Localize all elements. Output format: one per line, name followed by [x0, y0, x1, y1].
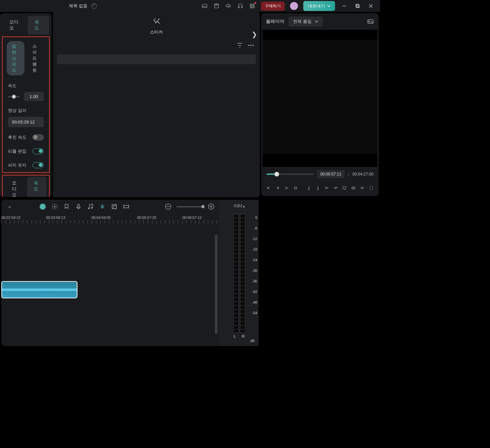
svg-point-41 — [52, 204, 57, 209]
svg-point-15 — [158, 19, 159, 20]
clip-options-button[interactable] — [325, 184, 329, 191]
sticker-icon[interactable] — [56, 17, 257, 28]
svg-rect-4 — [238, 7, 239, 8]
save-icon[interactable] — [212, 1, 221, 11]
properties-panel: 오디오 속도 일반 스피드 스피드 램핑 속도 1.00 영상 길이 00:03… — [0, 13, 52, 197]
tab-speed-2[interactable]: 속도 — [27, 177, 46, 197]
timeline-ruler[interactable]: 00:02:58:22 00:03:58:13 00:04:58:05 00:0… — [1, 214, 220, 225]
compare-icon[interactable] — [367, 18, 374, 25]
display-icon[interactable] — [342, 184, 347, 191]
crop-icon[interactable] — [111, 203, 118, 210]
speed-slider[interactable] — [8, 96, 20, 97]
tab-audio[interactable]: 오디오 — [3, 16, 28, 34]
svg-point-38 — [40, 204, 46, 210]
tab-audio-2[interactable]: 오디오 — [5, 177, 27, 197]
minimize-button[interactable] — [338, 1, 351, 11]
maximize-button[interactable] — [351, 1, 364, 11]
mark-out-button[interactable]: } — [316, 184, 320, 191]
apps-icon[interactable] — [248, 1, 257, 11]
expand-sidebar-icon[interactable]: ❯ — [252, 30, 257, 38]
range-icon[interactable] — [122, 203, 130, 210]
ai-icon[interactable] — [39, 203, 46, 210]
export-label: 내보내기 — [308, 3, 325, 9]
close-button[interactable] — [364, 1, 377, 11]
collapse-icon[interactable]: » — [6, 203, 13, 210]
pitch-keep-toggle[interactable] — [32, 162, 44, 168]
svg-rect-48 — [113, 206, 116, 209]
svg-point-44 — [88, 208, 90, 209]
tab-speed[interactable]: 속도 — [28, 16, 49, 34]
svg-rect-47 — [112, 205, 117, 209]
pitch-keep-label: 피치 유지 — [8, 162, 26, 168]
headphones-icon[interactable] — [236, 1, 245, 11]
svg-rect-9 — [253, 7, 255, 8]
mark-in-button[interactable]: { — [307, 184, 311, 191]
subtab-normal-speed[interactable]: 일반 스피드 — [7, 41, 24, 75]
svg-point-39 — [41, 206, 42, 207]
svg-point-45 — [91, 207, 93, 209]
fullscreen-button[interactable] — [369, 184, 373, 191]
export-button[interactable]: 내보내기 — [303, 1, 335, 11]
layout-icon[interactable] — [200, 1, 209, 11]
meter-l-label: L — [234, 334, 236, 339]
svg-rect-49 — [124, 205, 129, 208]
ripple-edit-toggle[interactable] — [32, 148, 44, 154]
progress-slider[interactable] — [267, 174, 314, 175]
db-scale: 0 -6 -12 -18 -24 -30 -36 -42 -48 -54 — [252, 216, 257, 315]
zoom-out-button[interactable] — [165, 203, 172, 210]
quality-select[interactable]: 전체 품질 — [288, 17, 323, 26]
svg-rect-5 — [241, 7, 242, 8]
sticker-tab-label[interactable]: 스티커 — [56, 29, 257, 35]
split-icon[interactable] — [99, 203, 106, 210]
snapshot-button[interactable] — [351, 184, 356, 191]
svg-point-18 — [251, 45, 252, 46]
voiceover-icon[interactable] — [75, 203, 82, 210]
video-preview[interactable] — [263, 30, 377, 167]
meter-title[interactable]: 미터 — [222, 203, 256, 209]
search-input[interactable] — [57, 54, 256, 64]
effects-icon[interactable] — [51, 203, 58, 210]
chevron-down-icon[interactable] — [333, 184, 338, 191]
duration-input[interactable]: 00:03:29:12 — [8, 117, 44, 127]
user-avatar[interactable] — [290, 2, 298, 10]
media-sidebar: 스티커 ❯ — [53, 12, 260, 197]
svg-rect-24 — [294, 187, 296, 189]
audio-clip[interactable] — [1, 281, 77, 298]
player-title: 플레이어 — [266, 19, 284, 25]
subtab-speed-ramping[interactable]: 스피드 램핑 — [27, 41, 45, 75]
total-time: 00:04:27:00 — [353, 172, 373, 176]
speed-label: 속도 — [8, 83, 44, 89]
svg-rect-2 — [215, 4, 219, 8]
svg-point-21 — [369, 21, 370, 22]
ripple-edit-label: 리플 편집 — [8, 148, 26, 154]
timeline-tracks[interactable] — [1, 225, 220, 331]
current-time[interactable]: 00:00:57:11 — [317, 170, 345, 178]
audio-meter: 미터 0 -6 -12 -18 -24 -30 -36 -42 -48 -54 … — [220, 200, 259, 346]
svg-rect-6 — [250, 4, 252, 6]
stop-button[interactable] — [293, 184, 298, 191]
filter-icon[interactable] — [236, 42, 243, 49]
zoom-in-button[interactable] — [208, 203, 215, 210]
prev-frame-button[interactable] — [267, 184, 271, 191]
svg-rect-43 — [77, 204, 79, 208]
svg-rect-11 — [356, 4, 359, 7]
more-icon[interactable] — [247, 42, 255, 49]
zoom-slider[interactable] — [176, 206, 203, 207]
music-icon[interactable] — [87, 203, 94, 210]
svg-point-29 — [353, 187, 354, 188]
timeline-scrollbar[interactable] — [215, 235, 218, 334]
svg-rect-3 — [216, 4, 218, 5]
next-frame-button[interactable] — [275, 184, 280, 191]
speed-value-input[interactable]: 1.00 — [24, 92, 44, 101]
reverse-speed-toggle[interactable] — [32, 134, 44, 140]
volume-button[interactable] — [360, 184, 365, 191]
buy-button[interactable]: 구매하기 — [261, 2, 285, 11]
time-separator: / — [348, 172, 349, 177]
player-panel: 플레이어 전체 품질 00:00:57:11 / 00:04:27:00 — [261, 13, 379, 196]
marker-icon[interactable] — [63, 203, 70, 210]
db-unit: dB — [222, 339, 256, 343]
timeline-panel: » 00:02:58:22 00:03:58:13 00:04:58:05 — [1, 200, 259, 346]
svg-point-16 — [155, 19, 155, 19]
play-button[interactable] — [284, 184, 289, 191]
cloud-download-icon[interactable] — [224, 1, 233, 11]
